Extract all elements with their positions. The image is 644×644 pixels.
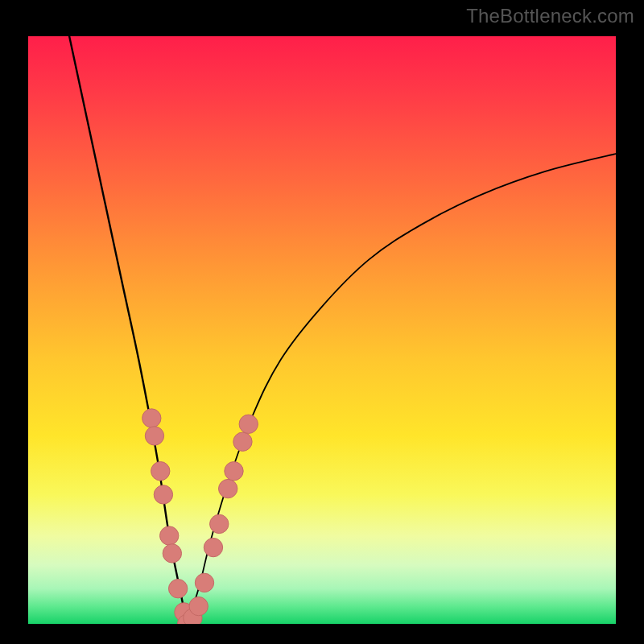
chart-svg [28,36,616,624]
data-marker [204,538,222,556]
data-marker [145,427,163,445]
data-marker [210,514,229,533]
data-marker [151,462,170,481]
data-marker [239,415,258,433]
data-marker [189,597,208,615]
data-marker [195,573,213,592]
data-marker [163,544,181,563]
data-marker [142,409,161,427]
data-marker [225,462,243,481]
data-marker [168,580,187,598]
gradient-background [28,36,616,624]
data-marker [154,485,172,504]
data-marker [219,479,237,497]
data-marker [233,432,252,451]
watermark-text: TheBottleneck.com [466,5,634,27]
data-marker [160,526,179,545]
chart-plot-area [28,36,616,624]
